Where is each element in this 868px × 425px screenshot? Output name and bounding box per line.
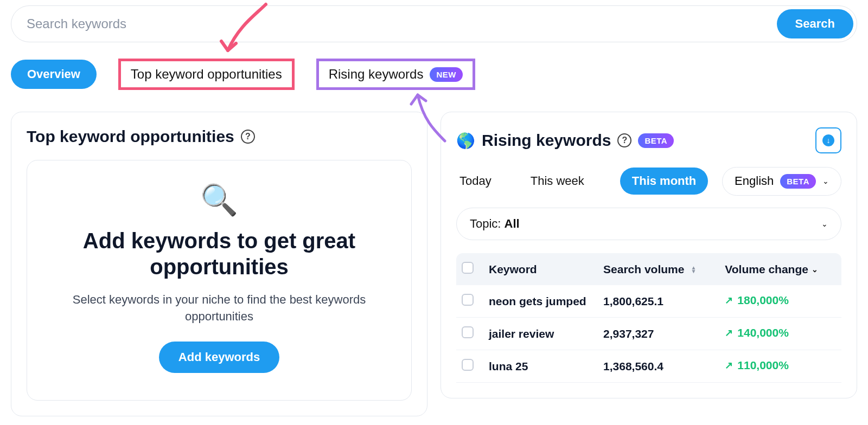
row-checkbox[interactable]: [462, 326, 474, 338]
add-keywords-button[interactable]: Add keywords: [159, 342, 279, 373]
download-button[interactable]: ↓: [815, 127, 841, 153]
search-bar: Search: [11, 5, 857, 42]
trend-up-icon: ↗: [725, 359, 733, 371]
language-selector[interactable]: English BETA ⌄: [722, 167, 841, 196]
timeframe-row: Today This week This month English BETA …: [456, 168, 841, 195]
trend-up-icon: ↗: [725, 327, 733, 339]
row-checkbox[interactable]: [462, 294, 474, 306]
download-icon: ↓: [822, 134, 834, 146]
volume-change-cell: ↗ 140,000%: [719, 318, 841, 348]
magnifier-icon: 🔍: [60, 182, 379, 218]
keyword-cell: luna 25: [483, 350, 598, 383]
tabs-row: Overview Top keyword opportunities Risin…: [11, 59, 857, 90]
chevron-down-icon: ⌄: [822, 177, 829, 185]
tab-overview[interactable]: Overview: [11, 60, 97, 89]
sort-icon: ▲▼: [691, 266, 696, 273]
beta-badge: BETA: [638, 133, 674, 148]
panel-title: Top keyword opportunities: [27, 127, 234, 146]
panel-header: Top keyword opportunities ?: [27, 127, 412, 146]
topic-label: Topic: All: [470, 217, 520, 231]
tab-top-keyword-opportunities[interactable]: Top keyword opportunities: [118, 59, 295, 90]
empty-state-subtitle: Select keywords in your niche to find th…: [60, 292, 379, 325]
panel-title: Rising keywords: [482, 131, 611, 150]
chevron-down-icon: ⌄: [821, 220, 828, 228]
beta-badge: BETA: [780, 174, 816, 189]
new-badge: NEW: [430, 67, 463, 82]
panels-container: Top keyword opportunities ? 🔍 Add keywor…: [11, 112, 857, 416]
search-input[interactable]: [27, 16, 777, 31]
language-label: English: [735, 174, 774, 188]
column-keyword[interactable]: Keyword: [489, 263, 592, 276]
topic-filter[interactable]: Topic: All ⌄: [456, 208, 841, 240]
volume-change-cell: ↗ 110,000%: [719, 350, 841, 381]
select-all-checkbox[interactable]: [462, 262, 474, 274]
empty-state-title: Add keywords to get great opportunities: [60, 228, 379, 280]
globe-icon: 🌎: [456, 132, 475, 150]
panel-rising-keywords: 🌎 Rising keywords ? BETA ↓ Today This we…: [441, 112, 857, 398]
timeframe-today[interactable]: Today: [456, 169, 495, 194]
keyword-cell: neon gets jumped: [483, 285, 598, 318]
rising-keywords-table: Keyword Search volume▲▼ Volume change⌄ n…: [456, 253, 841, 383]
chevron-down-icon: ⌄: [812, 265, 818, 274]
search-volume-cell: 1,800,625.1: [598, 285, 719, 318]
timeframe-this-week[interactable]: This week: [527, 169, 588, 194]
empty-state-card: 🔍 Add keywords to get great opportunitie…: [27, 160, 412, 401]
keyword-cell: jailer review: [483, 318, 598, 350]
search-volume-cell: 2,937,327: [598, 318, 719, 350]
row-checkbox[interactable]: [462, 359, 474, 371]
column-volume-change[interactable]: Volume change⌄: [725, 263, 836, 276]
volume-change-cell: ↗ 180,000%: [719, 285, 841, 315]
table-row: jailer review2,937,327↗ 140,000%: [456, 318, 841, 350]
search-button[interactable]: Search: [777, 9, 853, 38]
search-volume-cell: 1,368,560.4: [598, 350, 719, 383]
help-icon[interactable]: ?: [617, 133, 631, 147]
table-row: neon gets jumped1,800,625.1↗ 180,000%: [456, 285, 841, 318]
column-search-volume[interactable]: Search volume▲▼: [603, 263, 714, 276]
tab-label: Rising keywords: [329, 67, 424, 82]
table-row: luna 251,368,560.4↗ 110,000%: [456, 350, 841, 383]
tab-rising-keywords[interactable]: Rising keywords NEW: [316, 59, 475, 90]
tab-label: Top keyword opportunities: [131, 67, 282, 82]
help-icon[interactable]: ?: [241, 130, 255, 144]
panel-top-keyword-opportunities: Top keyword opportunities ? 🔍 Add keywor…: [11, 112, 427, 416]
trend-up-icon: ↗: [725, 294, 733, 306]
panel-header: 🌎 Rising keywords ? BETA ↓: [456, 127, 841, 153]
timeframe-this-month[interactable]: This month: [620, 168, 709, 195]
